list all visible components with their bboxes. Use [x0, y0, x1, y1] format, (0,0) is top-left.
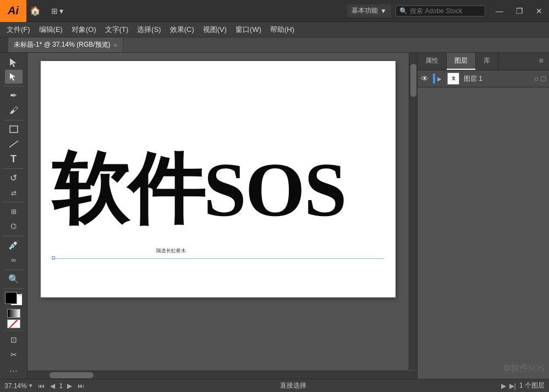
window-controls: — ❐ ✕	[490, 0, 549, 22]
restore-button[interactable]: ❐	[509, 0, 529, 22]
svg-marker-0	[10, 58, 17, 67]
swap-colors-icon[interactable]: ⇌	[18, 292, 23, 297]
nav-last-button[interactable]: ⏭	[76, 382, 85, 390]
menu-item-type[interactable]: 文字(T)	[101, 24, 133, 36]
menu-item-view[interactable]: 视图(V)	[199, 24, 231, 36]
layers-tab[interactable]: 图层	[447, 53, 476, 70]
menu-item-window[interactable]: 窗口(W)	[231, 24, 266, 36]
layer-expand-icon[interactable]: ▶	[437, 76, 445, 82]
blend-tool[interactable]: ∞	[5, 253, 23, 267]
search-icon: 🔍	[399, 7, 408, 15]
workspace-name: 基本功能	[352, 6, 378, 15]
horizontal-scrollbar-thumb[interactable]	[50, 372, 94, 378]
menu-item-effect[interactable]: 效果(C)	[166, 24, 199, 36]
rotate-tool[interactable]: ↺	[5, 171, 23, 185]
artboard-tool[interactable]: ⊡	[5, 333, 23, 347]
scrollbar-corner	[409, 371, 417, 379]
nav-next-button[interactable]: ▶	[66, 382, 73, 390]
zoom-tool[interactable]: 🔍	[5, 272, 23, 286]
color-selector[interactable]: ⇌	[5, 292, 23, 306]
workspace-dropdown-icon: ▼	[380, 7, 387, 15]
svg-line-3	[9, 141, 18, 147]
more-tools[interactable]: ···	[9, 365, 18, 377]
layers-panel: 👁 ▶ 文 图层 1 ○ □	[418, 70, 549, 214]
artboard: 软件SOS 隔道长虹桥木	[41, 61, 396, 297]
foreground-color[interactable]	[5, 292, 17, 304]
eyedropper-tool[interactable]: 💉	[5, 238, 23, 252]
menu-item-file[interactable]: 文件(F)	[2, 24, 35, 36]
layer-lock-toggle[interactable]: □	[541, 74, 546, 83]
rectangle-tool[interactable]	[5, 122, 23, 136]
no-color-icon[interactable]	[7, 319, 20, 328]
arrange-button[interactable]: ⊞ ▾	[44, 0, 70, 22]
tool-separator-6	[3, 269, 24, 270]
zoom-display: 37.14% ▼	[4, 382, 34, 390]
anchor-point	[52, 256, 55, 260]
panel-close-button[interactable]: ≡	[534, 53, 549, 70]
minimize-button[interactable]: —	[490, 0, 509, 22]
menu-item-edit[interactable]: 编辑(E)	[35, 24, 67, 36]
panel-tabs: 属性 图层 库 ≡	[418, 53, 549, 70]
horizontal-scrollbar[interactable]	[28, 371, 409, 379]
layer-thumbnail: 文	[447, 73, 459, 85]
tool-separator-8	[3, 330, 24, 331]
artboard-container: 软件SOS 隔道长虹桥木	[33, 61, 403, 365]
nav-first-button[interactable]: ⏮	[37, 382, 46, 390]
nav-prev-button[interactable]: ◀	[49, 382, 56, 390]
canvas-area[interactable]: 软件SOS 隔道长虹桥木	[28, 53, 417, 379]
search-stock-input[interactable]	[410, 7, 481, 15]
library-tab[interactable]: 库	[476, 53, 498, 70]
warp-tool[interactable]: ⌬	[5, 219, 23, 233]
ai-logo: Ai	[0, 0, 26, 22]
type-tool[interactable]: T	[5, 152, 23, 166]
vertical-scrollbar-thumb[interactable]	[410, 64, 416, 97]
menu-item-help[interactable]: 帮助(H)	[266, 24, 299, 36]
tabbar: 未标题-1* @ 37.14% (RGB/预览) ×	[0, 37, 549, 53]
scale-tool[interactable]: ⊞	[5, 205, 23, 218]
tool-separator-7	[3, 288, 24, 289]
play-button[interactable]: ▶	[501, 382, 506, 390]
menu-item-object[interactable]: 对象(O)	[67, 24, 101, 36]
gradient-icon[interactable]	[7, 309, 20, 318]
select-tool[interactable]	[5, 55, 23, 69]
home-icon-button[interactable]: 🏠	[26, 0, 44, 22]
menubar: 文件(F)编辑(E)对象(O)文字(T)选择(S)效果(C)视图(V)窗口(W)…	[0, 22, 549, 37]
layer-visibility-icon[interactable]: 👁	[421, 74, 431, 83]
main-layout: ✒ 🖌 T ↺ ⇄ ⊞ ⌬ 💉 ∞ 🔍 ⇌ ⊡ ✂	[0, 53, 549, 379]
layer-item: 👁 ▶ 文 图层 1 ○ □	[418, 70, 549, 87]
baseline-guide	[52, 258, 385, 259]
tool-separator-4	[3, 202, 24, 202]
play-end-button[interactable]: ▶|	[509, 382, 516, 390]
tool-separator-2	[3, 120, 24, 120]
layer-visibility-toggle[interactable]: ○	[534, 74, 539, 83]
titlebar: Ai 🏠 ⊞ ▾ 基本功能 ▼ 🔍 — ❐ ✕	[0, 0, 549, 22]
close-button[interactable]: ✕	[529, 0, 549, 22]
tool-separator-3	[3, 168, 24, 169]
current-tool-label: 直接选择	[89, 381, 498, 390]
slice-tool[interactable]: ✂	[5, 348, 23, 362]
menu-item-select[interactable]: 选择(S)	[133, 24, 165, 36]
vertical-scrollbar[interactable]	[409, 53, 417, 370]
mirror-tool[interactable]: ⇄	[5, 186, 23, 200]
line-tool[interactable]	[5, 137, 23, 151]
panel-content-area	[418, 214, 549, 358]
statusbar: 37.14% ▼ ⏮ ◀ 1 ▶ ⏭ 直接选择 ▶ ▶| 1 个图层	[0, 379, 549, 392]
direct-select-tool[interactable]	[5, 70, 23, 84]
zoom-value: 37.14%	[4, 382, 27, 390]
small-annotation-text: 隔道长虹桥木	[156, 247, 186, 255]
zoom-dropdown[interactable]: ▼	[28, 383, 34, 389]
search-stock-container: 🔍	[396, 5, 485, 16]
layer-name-label[interactable]: 图层 1	[462, 74, 532, 84]
layer-count-label: 1 个图层	[519, 381, 545, 390]
main-text-content: 软件SOS	[52, 148, 346, 233]
tab-close-button[interactable]: ×	[114, 42, 117, 48]
pen-tool[interactable]: ✒	[5, 89, 23, 102]
document-tab[interactable]: 未标题-1* @ 37.14% (RGB/预览) ×	[8, 37, 123, 52]
svg-marker-1	[10, 73, 15, 81]
properties-tab[interactable]: 属性	[418, 53, 447, 70]
watermark-text: ⚙软件SOS	[418, 358, 549, 379]
brush-tool[interactable]: 🖌	[5, 103, 23, 117]
svg-rect-2	[10, 126, 18, 132]
workspace-selector[interactable]: 基本功能 ▼	[347, 4, 391, 17]
tab-title: 未标题-1* @ 37.14% (RGB/预览)	[14, 40, 111, 49]
